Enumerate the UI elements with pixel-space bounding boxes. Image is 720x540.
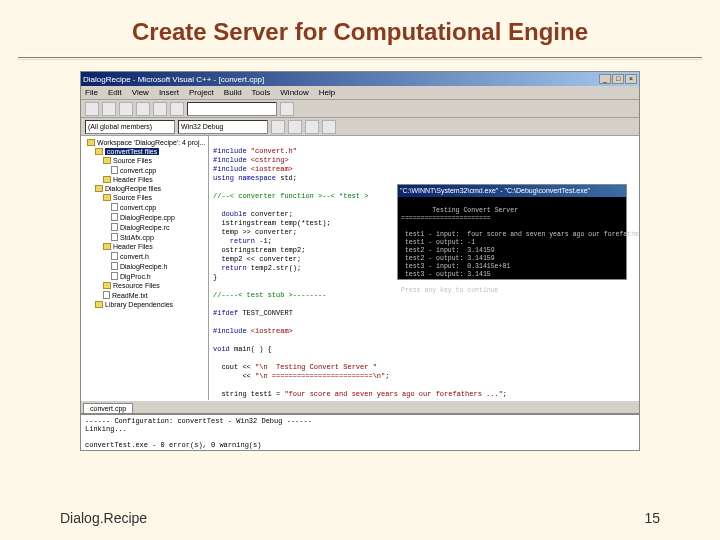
console-window[interactable]: "C:\WINNT\System32\cmd.exe" - "C:\Debug\… xyxy=(397,184,627,280)
menu-insert[interactable]: Insert xyxy=(159,88,179,97)
console-output: Testing Convert Server =================… xyxy=(401,207,639,294)
console-titlebar: "C:\WINNT\System32\cmd.exe" - "C:\Debug\… xyxy=(398,185,626,197)
menu-view[interactable]: View xyxy=(132,88,149,97)
tree-item[interactable]: Resource Files xyxy=(99,281,206,290)
title-divider xyxy=(18,56,702,59)
run-icon[interactable] xyxy=(322,120,336,134)
folder-icon xyxy=(103,194,111,201)
tree-item[interactable]: DialogRecipe.h xyxy=(107,261,206,271)
tree-item-label: DialogRecipe files xyxy=(105,185,161,192)
menu-project[interactable]: Project xyxy=(189,88,214,97)
folder-icon xyxy=(103,157,111,164)
tree-item-label: DialogRecipe.rc xyxy=(120,224,169,231)
menu-help[interactable]: Help xyxy=(319,88,335,97)
menu-build[interactable]: Build xyxy=(224,88,242,97)
folder-icon xyxy=(103,176,111,183)
maximize-button[interactable]: □ xyxy=(612,74,624,84)
editor-tab[interactable]: convert.cpp xyxy=(83,403,133,413)
menu-file[interactable]: File xyxy=(85,88,98,97)
tree-item-label: StdAfx.cpp xyxy=(120,234,154,241)
file-icon xyxy=(111,272,118,280)
tree-item[interactable]: ReadMe.txt xyxy=(99,290,206,300)
tree-item[interactable]: DialogRecipe files xyxy=(91,184,206,193)
find-dropdown[interactable] xyxy=(187,102,277,116)
tree-item-label: convert.cpp xyxy=(120,167,156,174)
tree-item-label: convert.h xyxy=(120,253,149,260)
paste-icon[interactable] xyxy=(170,102,184,116)
find-icon[interactable] xyxy=(280,102,294,116)
file-icon xyxy=(111,262,118,270)
config-dropdown[interactable]: Win32 Debug xyxy=(178,120,268,134)
app-title-text: DialogRecipe - Microsoft Visual C++ - [c… xyxy=(83,75,264,84)
workspace-tree[interactable]: Workspace 'DialogRecipe': 4 proj... conv… xyxy=(81,136,209,400)
folder-icon xyxy=(103,243,111,250)
file-icon xyxy=(111,166,118,174)
tree-item[interactable]: Library Dependencies xyxy=(91,300,206,309)
tree-item[interactable]: DialogRecipe.cpp xyxy=(107,212,206,222)
tree-item[interactable]: convertTest files xyxy=(91,147,206,156)
tree-item[interactable]: DlgProc.h xyxy=(107,271,206,281)
tree-item-label: Resource Files xyxy=(113,282,160,289)
tree-item-label: Source Files xyxy=(113,157,152,164)
file-icon xyxy=(111,233,118,241)
folder-icon xyxy=(95,185,103,192)
tree-item[interactable]: convert.cpp xyxy=(107,202,206,212)
tree-item-label: DialogRecipe.h xyxy=(120,263,167,270)
tree-item[interactable]: Header Files xyxy=(99,242,206,251)
tree-item[interactable]: convert.cpp xyxy=(107,165,206,175)
ide-screenshot: DialogRecipe - Microsoft Visual C++ - [c… xyxy=(80,71,640,451)
output-panel[interactable]: ------ Configuration: convertTest - Win3… xyxy=(81,414,639,451)
app-titlebar: DialogRecipe - Microsoft Visual C++ - [c… xyxy=(81,72,639,86)
slide-page-number: 15 xyxy=(644,510,660,526)
toolbar-main xyxy=(81,100,639,118)
save-icon[interactable] xyxy=(119,102,133,116)
build-icon[interactable] xyxy=(288,120,302,134)
tree-item[interactable]: Header Files xyxy=(99,175,206,184)
minimize-button[interactable]: _ xyxy=(599,74,611,84)
open-icon[interactable] xyxy=(102,102,116,116)
tree-item-label: Source Files xyxy=(113,194,152,201)
code-editor[interactable]: #include "convert.h" #include <cstring> … xyxy=(209,136,639,400)
menubar: File Edit View Insert Project Build Tool… xyxy=(81,86,639,100)
tree-item[interactable]: StdAfx.cpp xyxy=(107,232,206,242)
tree-item[interactable]: Source Files xyxy=(99,193,206,202)
file-icon xyxy=(111,203,118,211)
tree-item-label: DialogRecipe.cpp xyxy=(120,214,175,221)
slide-footer-left: Dialog.Recipe xyxy=(60,510,147,526)
tree-item-label: ReadMe.txt xyxy=(112,292,148,299)
main-client-area: Workspace 'DialogRecipe': 4 proj... conv… xyxy=(81,136,639,400)
tree-item-label: convert.cpp xyxy=(120,204,156,211)
tree-item-label: Header Files xyxy=(113,243,153,250)
file-icon xyxy=(111,213,118,221)
tree-root-label: Workspace 'DialogRecipe': 4 proj... xyxy=(97,139,205,146)
file-icon xyxy=(103,291,110,299)
tree-item-label: Library Dependencies xyxy=(105,301,173,308)
tree-root[interactable]: Workspace 'DialogRecipe': 4 proj... xyxy=(83,138,206,147)
menu-edit[interactable]: Edit xyxy=(108,88,122,97)
new-icon[interactable] xyxy=(85,102,99,116)
close-button[interactable]: × xyxy=(625,74,637,84)
folder-icon xyxy=(95,148,103,155)
tree-item-label: Header Files xyxy=(113,176,153,183)
editor-tab-row: convert.cpp xyxy=(81,400,639,414)
file-icon xyxy=(111,252,118,260)
tree-item-label: convertTest files xyxy=(105,148,159,155)
class-dropdown[interactable]: (All global members) xyxy=(85,120,175,134)
tree-item[interactable]: Source Files xyxy=(99,156,206,165)
console-title-text: "C:\WINNT\System32\cmd.exe" - "C:\Debug\… xyxy=(400,187,590,195)
tree-item[interactable]: DialogRecipe.rc xyxy=(107,222,206,232)
toolbar-build: (All global members) Win32 Debug xyxy=(81,118,639,136)
workspace-icon xyxy=(87,139,95,146)
folder-icon xyxy=(103,282,111,289)
folder-icon xyxy=(95,301,103,308)
compile-icon[interactable] xyxy=(271,120,285,134)
cut-icon[interactable] xyxy=(136,102,150,116)
copy-icon[interactable] xyxy=(153,102,167,116)
menu-window[interactable]: Window xyxy=(280,88,308,97)
menu-tools[interactable]: Tools xyxy=(252,88,271,97)
tree-item-label: DlgProc.h xyxy=(120,273,151,280)
slide-title: Create Server for Computational Engine xyxy=(0,0,720,56)
tree-item[interactable]: convert.h xyxy=(107,251,206,261)
stop-icon[interactable] xyxy=(305,120,319,134)
file-icon xyxy=(111,223,118,231)
